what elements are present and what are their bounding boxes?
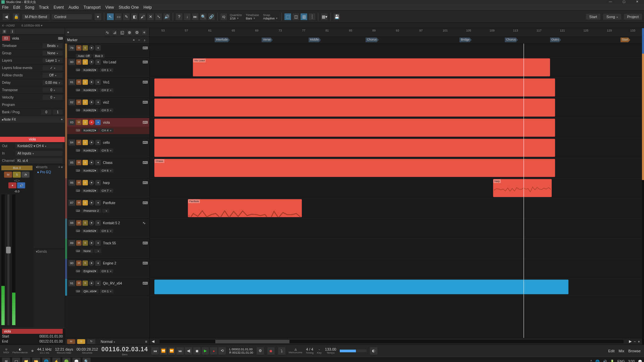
strip-pan[interactable]: ◔ bbox=[21, 172, 30, 178]
track-mute[interactable]: M bbox=[76, 200, 82, 205]
tracks-area[interactable]: Vio LeadCbassharpPanflute bbox=[150, 44, 642, 338]
playhead[interactable] bbox=[524, 44, 524, 338]
start-value[interactable]: 00031.01.01.00 bbox=[39, 335, 63, 338]
clip[interactable]: Panflute bbox=[188, 199, 302, 217]
add-marker-icon[interactable]: + bbox=[131, 38, 137, 42]
snap-toggle-1[interactable]: ⬚ bbox=[284, 13, 291, 20]
menu-edit[interactable]: Edit bbox=[13, 5, 20, 10]
clip[interactable] bbox=[154, 280, 569, 294]
menu-help[interactable]: Help bbox=[144, 5, 152, 10]
song-page-button[interactable]: Song bbox=[603, 14, 621, 20]
tool-trim-icon[interactable]: ◱ bbox=[119, 30, 125, 35]
preroll-icon[interactable]: ⏺ bbox=[267, 347, 275, 355]
track-record[interactable]: ● bbox=[89, 180, 94, 185]
strip-solo[interactable]: S bbox=[13, 172, 21, 178]
midi-icon[interactable]: ⎋ bbox=[5, 348, 7, 351]
close-button[interactable]: ✕ bbox=[631, 0, 644, 4]
zoom-in-h-icon[interactable]: + bbox=[638, 340, 640, 344]
remove-marker-icon[interactable]: − bbox=[137, 38, 142, 42]
menu-audio[interactable]: Audio bbox=[68, 5, 79, 10]
track-record[interactable]: ● bbox=[89, 281, 94, 286]
track-solo[interactable]: S bbox=[83, 79, 88, 85]
zoom-icon[interactable]: 🔍 bbox=[200, 13, 207, 20]
eraser-tool[interactable]: ◧ bbox=[131, 13, 138, 20]
track-row-87[interactable]: 87 M S ● ◂ Panflute ⌨ ⌨Presence 2 bbox=[65, 198, 149, 219]
edit-view-button[interactable]: Edit bbox=[608, 349, 614, 353]
track-name-label[interactable]: viola bbox=[102, 121, 142, 124]
global-auto[interactable]: ↻ bbox=[87, 339, 95, 344]
clip[interactable]: Cbass bbox=[154, 159, 555, 177]
perform-prev-icon[interactable]: ◀ bbox=[2, 13, 10, 20]
track-type-icon[interactable]: ∿ bbox=[143, 221, 148, 225]
track-monitor[interactable]: ◂ bbox=[95, 240, 101, 246]
save-icon[interactable]: 💾 bbox=[333, 13, 340, 20]
grid-icon[interactable]: ▦▾ bbox=[321, 13, 328, 20]
track-mute[interactable]: M bbox=[76, 281, 82, 286]
sends-header[interactable]: Sends bbox=[38, 250, 47, 253]
track-record[interactable]: ● bbox=[89, 240, 94, 246]
track-record[interactable]: ● bbox=[89, 59, 94, 65]
channel-fader[interactable] bbox=[7, 194, 9, 325]
track-mute[interactable]: M bbox=[76, 79, 82, 85]
clip[interactable] bbox=[154, 78, 555, 97]
global-mute[interactable]: M bbox=[67, 339, 75, 344]
track-solo[interactable]: S bbox=[83, 240, 88, 246]
marker-outro[interactable]: Outro bbox=[550, 38, 561, 42]
arrange-view[interactable]: 5357616569737781858993971011051091131171… bbox=[150, 28, 642, 345]
track-row-83[interactable]: 83 M S ● ◂ viola ⌨ ⌨Konkt22▾CH 4 bbox=[65, 118, 149, 138]
tool-auto-icon[interactable]: ⊕ bbox=[127, 30, 132, 35]
track-name-label[interactable]: Panflute bbox=[102, 201, 142, 205]
skip-icon[interactable]: ⏭ bbox=[192, 13, 199, 20]
track-name-label[interactable]: Qin_RV_x64 bbox=[102, 282, 142, 285]
add-notefx-icon[interactable]: + bbox=[61, 118, 63, 121]
time-signature[interactable]: 4 / 4 bbox=[306, 347, 313, 351]
paint-tool[interactable]: 🖌 bbox=[139, 13, 146, 20]
bus-label[interactable]: Bus 3 bbox=[1, 166, 33, 170]
track-name-label[interactable]: cello bbox=[102, 141, 142, 144]
pencil-tool[interactable]: ✎ bbox=[123, 13, 130, 20]
track-monitor[interactable]: ◂ bbox=[95, 100, 101, 105]
track-mute[interactable]: M bbox=[76, 120, 82, 125]
help-icon[interactable]: ? bbox=[175, 13, 183, 20]
track-monitor[interactable]: ◂ bbox=[95, 260, 101, 266]
track-record[interactable]: ● bbox=[89, 140, 94, 145]
snap-selector[interactable]: Snap Adaptive bbox=[263, 13, 277, 20]
track-type-icon[interactable]: ⌨ bbox=[143, 241, 148, 245]
quantize-selector[interactable]: Quantize 1/16 bbox=[230, 13, 242, 20]
start-menu-icon[interactable]: ⊞ bbox=[2, 358, 10, 362]
track-monitor[interactable]: ◂ bbox=[95, 180, 101, 185]
track-type-icon[interactable]: ⌨ bbox=[143, 201, 148, 205]
track-lane-88[interactable] bbox=[150, 219, 642, 239]
tray-battery-icon[interactable]: 🔋 bbox=[610, 360, 614, 362]
snap-toggle-2[interactable]: ◫ bbox=[292, 13, 300, 20]
perform-lock-icon[interactable]: 🔒 bbox=[12, 13, 20, 20]
horizontal-scrollbar[interactable] bbox=[160, 340, 624, 343]
track-mute[interactable]: M bbox=[76, 180, 82, 185]
track-row-82[interactable]: 82 M S ● ◂ vio2 ⌨ ⌨Konkt22▾CH 3 bbox=[65, 98, 149, 118]
language-indicator[interactable]: ENG bbox=[618, 360, 625, 362]
arrow-tool[interactable]: ↖ bbox=[107, 13, 114, 20]
clip[interactable] bbox=[154, 99, 555, 117]
tempo-value[interactable]: 133.00 bbox=[325, 347, 336, 351]
track-lane-86[interactable] bbox=[150, 178, 642, 198]
track-row-88[interactable]: 88 M S ● ◂ Kontakt 5 2 ∿ ⌨Konkt52▾CH 1 bbox=[65, 219, 149, 239]
snap-toggle-3[interactable]: ▥ bbox=[300, 13, 308, 20]
clip[interactable]: Vio Lead bbox=[193, 58, 550, 76]
scroll-left-icon[interactable]: ◀ bbox=[152, 339, 154, 344]
strip-monitor[interactable]: 🔊 bbox=[17, 182, 25, 188]
marker-middle[interactable]: Middle bbox=[309, 38, 321, 42]
track-mute[interactable]: M bbox=[76, 160, 82, 165]
track-mute[interactable]: M bbox=[76, 240, 82, 246]
out-selector[interactable]: Kontakt22 ▾ CH 4 bbox=[15, 143, 63, 148]
track-mute[interactable]: M bbox=[76, 100, 82, 105]
track-row-84[interactable]: 84 M S ● ◂ cello ⌨ ⌨Konkt22▾CH 5 bbox=[65, 138, 149, 158]
track-row-91[interactable]: 91 M S ● ◂ Qin_RV_x64 ⌨ ⌨Qin..x64▾CH 1 bbox=[65, 279, 149, 296]
track-record[interactable]: ● bbox=[89, 100, 94, 105]
track-solo[interactable]: S bbox=[83, 100, 88, 105]
tray-chevron-icon[interactable]: ^ bbox=[590, 360, 592, 362]
marker-chorus[interactable]: Chorus bbox=[366, 38, 379, 42]
track-name-label[interactable]: Kontakt 5 2 bbox=[102, 221, 142, 225]
taskbar-app-1[interactable]: 🛡 bbox=[12, 358, 20, 362]
notefx-header[interactable]: Note FX bbox=[4, 118, 16, 121]
tool-line-icon[interactable]: ∿ bbox=[105, 30, 110, 35]
